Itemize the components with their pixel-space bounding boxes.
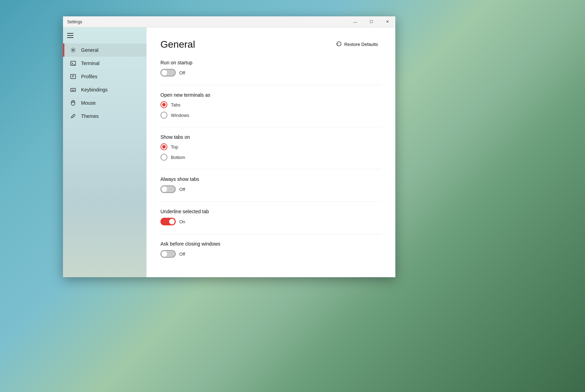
underline-selected-tab-thumb [169,219,175,224]
page-title: General [160,39,195,50]
sidebar-item-general[interactable]: General [63,43,147,57]
open-new-terminals-label: Open new terminals as [160,92,381,98]
radio-tabs-outer [160,101,167,108]
run-on-startup-label: Run on startup [160,60,381,65]
svg-rect-2 [71,74,76,79]
window-title: Settings [67,19,82,24]
close-icon: ✕ [386,19,389,24]
radio-bottom-label: Bottom [171,155,185,160]
maximize-button[interactable]: ☐ [363,16,379,27]
hamburger-line-2 [67,35,73,36]
terminal-icon [70,60,76,66]
window-body: General Terminal [63,27,395,277]
run-on-startup-thumb [161,70,167,75]
ask-before-closing-state: Off [179,251,185,257]
open-new-terminals-radio-group: Tabs Windows [160,101,381,119]
sidebar-item-terminal[interactable]: Terminal [63,57,147,70]
divider-5 [160,234,381,234]
settings-window: Settings — ☐ ✕ [63,16,395,277]
radio-tabs-inner [162,103,166,106]
maximize-icon: ☐ [370,19,373,24]
mouse-icon [70,100,76,106]
radio-windows-label: Windows [171,113,189,118]
gear-icon [70,47,76,53]
hamburger-button[interactable] [63,30,147,41]
always-show-tabs-toggle[interactable] [160,185,176,193]
open-new-terminals-section: Open new terminals as Tabs Windows [160,92,381,119]
always-show-tabs-thumb [161,186,167,192]
sidebar-keybindings-label: Keybindings [81,87,108,93]
hamburger-line-3 [67,37,73,38]
radio-bottom[interactable]: Bottom [160,154,381,161]
sidebar-profiles-label: Profiles [81,74,97,79]
sidebar: General Terminal [63,27,147,277]
sidebar-themes-label: Themes [81,113,99,119]
keyboard-icon [70,87,76,93]
show-tabs-on-radio-group: Top Bottom [160,143,381,161]
run-on-startup-toggle-row: Off [160,69,381,77]
window-controls: — ☐ ✕ [347,16,395,27]
content-header: General Restore Defaults [160,39,381,50]
sidebar-item-mouse[interactable]: Mouse [63,96,147,110]
always-show-tabs-toggle-row: Off [160,185,381,193]
underline-selected-tab-label: Underline selected tab [160,209,381,214]
always-show-tabs-section: Always show tabs Off [160,176,381,193]
radio-top-label: Top [171,144,178,150]
content-area: General Restore Defaults Run on startup [147,27,395,277]
radio-top[interactable]: Top [160,143,381,150]
ask-before-closing-thumb [161,251,167,257]
always-show-tabs-state: Off [179,187,185,192]
always-show-tabs-label: Always show tabs [160,176,381,182]
underline-selected-tab-toggle-row: On [160,218,381,225]
underline-selected-tab-state: On [179,219,185,224]
radio-windows-outer [160,112,167,119]
restore-defaults-button[interactable]: Restore Defaults [332,39,381,50]
ask-before-closing-section: Ask before closing windows Off [160,241,381,258]
ask-before-closing-label: Ask before closing windows [160,241,381,247]
close-button[interactable]: ✕ [379,16,395,27]
sidebar-item-profiles[interactable]: Profiles [63,70,147,83]
title-bar: Settings — ☐ ✕ [63,16,395,27]
sidebar-terminal-label: Terminal [81,61,100,66]
radio-top-inner [162,145,166,149]
radio-bottom-outer [160,154,167,161]
show-tabs-on-label: Show tabs on [160,134,381,140]
run-on-startup-toggle[interactable] [160,69,176,77]
restore-icon [336,41,342,48]
restore-defaults-label: Restore Defaults [344,42,378,47]
radio-tabs[interactable]: Tabs [160,101,381,108]
radio-top-outer [160,143,167,150]
sidebar-item-keybindings[interactable]: Keybindings [63,83,147,96]
divider-2 [160,127,381,127]
svg-rect-3 [71,88,76,91]
show-tabs-on-section: Show tabs on Top Bottom [160,134,381,161]
radio-windows[interactable]: Windows [160,112,381,119]
divider-3 [160,169,381,169]
brush-icon [70,113,76,119]
ask-before-closing-toggle[interactable] [160,250,176,258]
sidebar-mouse-label: Mouse [81,100,96,106]
sidebar-item-themes[interactable]: Themes [63,110,147,123]
profile-icon [70,73,76,80]
divider-4 [160,201,381,202]
svg-point-0 [72,49,74,51]
run-on-startup-state: Off [179,70,185,75]
divider-1 [160,85,381,85]
minimize-button[interactable]: — [347,16,363,27]
minimize-icon: — [354,20,357,24]
ask-before-closing-toggle-row: Off [160,250,381,258]
hamburger-line-1 [67,33,73,34]
underline-selected-tab-section: Underline selected tab On [160,209,381,225]
underline-selected-tab-toggle[interactable] [160,218,176,225]
run-on-startup-section: Run on startup Off [160,60,381,77]
sidebar-general-label: General [81,47,98,53]
radio-tabs-label: Tabs [171,102,180,107]
